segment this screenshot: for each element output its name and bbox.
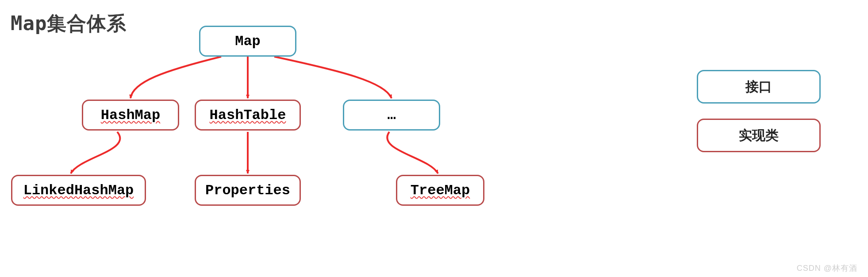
legend-impl-label: 实现类 [739,127,779,145]
legend-interface-label: 接口 [745,78,772,96]
node-linkedhashmap: LinkedHashMap [11,175,146,206]
node-map: Map [199,26,296,57]
diagram-title: Map集合体系 [11,11,127,37]
node-hashmap: HashMap [82,100,179,131]
legend-interface: 接口 [697,70,821,104]
node-treemap: TreeMap [396,175,484,206]
arrow-map-to-dots [274,57,392,98]
arrow-dots-to-treemap [387,132,438,173]
node-hashmap-label: HashMap [101,107,160,123]
node-hashtable-label: HashTable [210,107,286,123]
node-treemap-label: TreeMap [411,182,470,199]
node-dots-label: … [387,107,396,123]
node-map-label: Map [235,33,261,50]
watermark: CSDN @林有酒 [797,263,857,273]
arrow-hashmap-to-linked [71,132,120,173]
arrow-map-to-hashmap [131,57,221,98]
node-dots: … [343,100,440,131]
node-properties-label: Properties [205,182,290,199]
node-hashtable: HashTable [195,100,301,131]
legend-impl: 实现类 [697,119,821,152]
node-linkedhashmap-label: LinkedHashMap [23,182,134,199]
node-properties: Properties [195,175,301,206]
